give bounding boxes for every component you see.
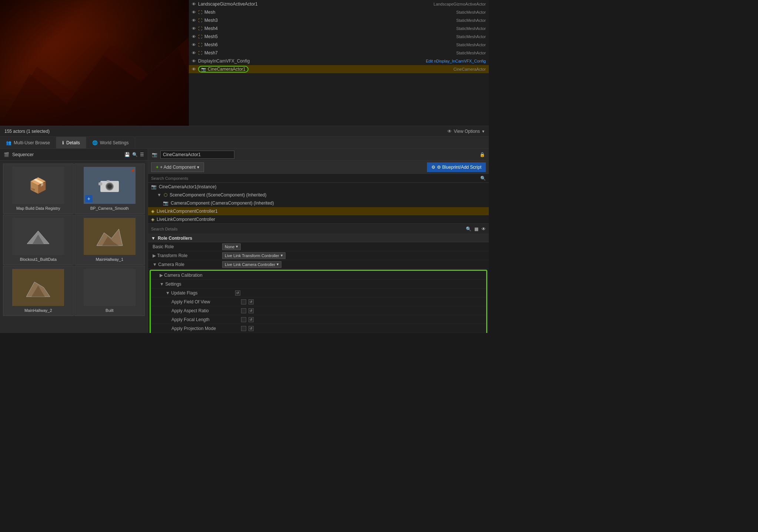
outline-row-selected[interactable]: 👁 📷 CineCameraActor1 CineCameraActor: [189, 65, 489, 73]
outline-row-label: CineCameraActor1: [208, 67, 246, 72]
prop-transform-role: ▶ Transform Role Live Link Transform Con…: [148, 251, 489, 260]
tab-row: 👥 Multi-User Browse ℹ Details 🌐 World Se…: [0, 137, 489, 149]
blockout-svg: [23, 225, 53, 248]
view-options-label: View Options: [454, 129, 480, 134]
actor-name-bar: 📷 🔒: [148, 149, 489, 161]
sequencer-icon: 🎬: [4, 152, 9, 157]
add-component-button[interactable]: + + Add Component ▾: [151, 162, 204, 172]
blueprint-button[interactable]: ⚙ ⚙ Blueprint/Add Script: [427, 162, 486, 172]
content-browser: 🎬 Sequencer 💾 🔍 ☰ 📦 Map Build Data Regis…: [0, 149, 148, 333]
search-icon[interactable]: 🔍: [132, 152, 138, 157]
reset-button[interactable]: ↺: [248, 299, 254, 304]
prop-settings[interactable]: ▼ Settings: [151, 280, 486, 289]
arrow-icon: ▼: [157, 192, 161, 198]
tree-item-camera-comp[interactable]: 📷 CameraComponent (CameraComponent) (Inh…: [148, 199, 489, 207]
basic-role-dropdown[interactable]: None ▾: [222, 243, 241, 250]
content-item-hallway2[interactable]: MainHallway_2: [3, 266, 74, 316]
reset-button[interactable]: ↺: [248, 308, 254, 313]
svg-point-5: [107, 184, 112, 189]
prop-label: ▶ Camera Calibration: [160, 273, 226, 278]
outline-row[interactable]: 👁 ⛶ Mesh3 StaticMeshActor: [189, 16, 489, 24]
apply-fov-checkbox[interactable]: [241, 299, 246, 304]
prop-apply-fov: Apply Field Of View ↺: [151, 297, 486, 306]
save-icon[interactable]: 💾: [124, 152, 130, 157]
outline-row[interactable]: 👁 ⛶ Mesh4 StaticMeshActor: [189, 24, 489, 33]
content-item-built[interactable]: Built: [74, 266, 145, 316]
search-components-input[interactable]: [151, 176, 480, 181]
map-build-icon: 📦: [29, 178, 47, 193]
eye-icon[interactable]: 👁: [481, 226, 486, 232]
transform-role-dropdown[interactable]: Live Link Transform Controller ▾: [222, 252, 285, 259]
expand-icon: ▶: [160, 273, 163, 278]
eye-icon: 👁: [192, 10, 196, 14]
add-component-label: + Add Component: [160, 165, 196, 170]
outline-row[interactable]: 👁 ⛶ Mesh7 StaticMeshActor: [189, 49, 489, 57]
transform-role-value: Live Link Transform Controller: [225, 253, 279, 258]
sequencer-label: Sequencer: [12, 152, 34, 157]
eye-icon: 👁: [192, 43, 196, 47]
prop-update-flags[interactable]: ▼ Update Flags ↺: [151, 289, 486, 297]
tree-item-label: LiveLinkComponentController1: [157, 209, 218, 214]
outline-row-label: Mesh7: [204, 50, 218, 55]
tree-item-root[interactable]: 📷 CineCameraActor1(Instance): [148, 183, 489, 191]
content-item-hallway1[interactable]: MainHallway_1: [74, 215, 145, 265]
tab-world-settings[interactable]: 🌐 World Settings: [86, 137, 135, 148]
camera-svg: [95, 174, 124, 196]
prop-camera-calibration[interactable]: ▶ Camera Calibration: [151, 271, 486, 280]
list-icon[interactable]: ☰: [140, 152, 144, 157]
component-tree: 📷 CineCameraActor1(Instance) ▼ ⬡ SceneCo…: [148, 183, 489, 224]
apply-aspect-ratio-checkbox[interactable]: [241, 308, 246, 313]
outline-row[interactable]: 👁 LandscapeGizmoActiveActor1 LandscapeGi…: [189, 0, 489, 8]
camera-icon: 📷: [201, 67, 206, 72]
hallway2-svg: [23, 276, 53, 299]
outline-row[interactable]: 👁 DisplayInCamVFX_Config Edit nDisplay_I…: [189, 57, 489, 65]
outline-row-label: DisplayInCamVFX_Config: [198, 58, 250, 64]
prop-label: ▼ Settings: [160, 282, 226, 287]
prop-apply-aspect-ratio: Apply Aspect Ratio ↺: [151, 306, 486, 315]
content-item-map-build[interactable]: 📦 Map Build Data Registry: [3, 164, 74, 214]
reset-button[interactable]: ↺: [248, 317, 254, 322]
prop-apply-projection-mode: Apply Projection Mode ↺: [151, 324, 486, 333]
prop-value: ↺: [235, 290, 482, 296]
add-badge: +: [85, 195, 93, 202]
prop-label: ▼ Update Flags: [166, 290, 232, 296]
dropdown-arrow: ▾: [277, 262, 279, 267]
outline-row[interactable]: 👁 ⛶ Mesh6 StaticMeshActor: [189, 41, 489, 49]
content-item-label: Built: [106, 308, 113, 313]
section-role-controllers[interactable]: ▼ Role Controllers: [148, 234, 489, 242]
apply-focal-length-checkbox[interactable]: [241, 317, 246, 322]
view-options-button[interactable]: 👁 View Options ▾: [447, 129, 484, 134]
reset-button[interactable]: ↺: [248, 326, 254, 331]
grid-icon[interactable]: ▦: [474, 226, 478, 232]
svg-rect-3: [98, 182, 102, 185]
details-search-input[interactable]: [151, 227, 463, 231]
outline-row[interactable]: 👁 ⛶ Mesh StaticMeshActor: [189, 8, 489, 16]
camera-role-dropdown[interactable]: Live Link Camera Controller ▾: [222, 261, 281, 268]
tree-item-livelink1[interactable]: ◈ LiveLinkComponentController1: [148, 207, 489, 215]
prop-value: Live Link Camera Controller ▾: [222, 261, 484, 268]
red-triangle-badge: [131, 168, 134, 171]
content-item-label: BP_Camera_Smooth: [90, 206, 129, 211]
actor-name-input[interactable]: [160, 151, 234, 159]
outline-row-label: Mesh5: [204, 34, 218, 39]
content-browser-header: 🎬 Sequencer 💾 🔍 ☰: [0, 149, 148, 161]
collapse-icon: ▼: [153, 262, 157, 267]
outline-row-type: StaticMeshActor: [456, 18, 486, 23]
properties-panel: ▼ Role Controllers Basic Role None ▾ ▶ T…: [148, 234, 489, 333]
outline-row[interactable]: 👁 ⛶ Mesh5 StaticMeshActor: [189, 33, 489, 41]
content-item-camera[interactable]: + BP_Camera_Smooth: [74, 164, 145, 214]
prop-value: None ▾: [222, 243, 484, 250]
tree-item-scene[interactable]: ▼ ⬡ SceneComponent (SceneComponent) (Inh…: [148, 191, 489, 199]
reset-button[interactable]: ↺: [235, 290, 240, 296]
tab-details[interactable]: ℹ Details: [56, 137, 86, 148]
tree-item-livelink2[interactable]: ◈ LiveLinkComponentController: [148, 215, 489, 223]
prop-camera-role: ▼ Camera Role Live Link Camera Controlle…: [148, 260, 489, 269]
content-item-blockout[interactable]: Blockout1_BuiltData: [3, 215, 74, 265]
apply-projection-mode-checkbox[interactable]: [241, 326, 246, 331]
tab-multi-user[interactable]: 👥 Multi-User Browse: [0, 137, 56, 148]
mesh-icon: ⛶: [198, 18, 202, 23]
eye-icon: 👁: [192, 18, 196, 23]
collapse-icon: ▼: [166, 290, 170, 296]
lock-icon[interactable]: 🔒: [480, 152, 485, 157]
section-label: Role Controllers: [158, 236, 192, 241]
